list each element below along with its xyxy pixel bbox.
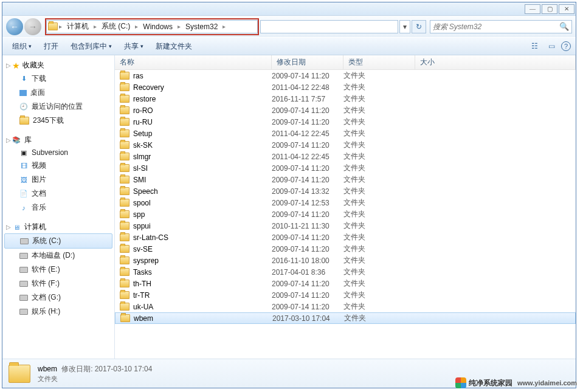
file-date: 2009-07-14 11:20: [272, 245, 343, 253]
file-date: 2009-07-14 11:20: [272, 233, 343, 242]
table-row[interactable]: slmgr2011-04-12 22:45文件夹: [115, 151, 576, 162]
drive-icon: [19, 253, 28, 259]
sidebar-item-subversion[interactable]: ▣Subversion: [2, 146, 114, 159]
sidebar-item-drive-e[interactable]: 软件 (E:): [2, 263, 114, 277]
table-row[interactable]: sr-Latn-CS2009-07-14 11:20文件夹: [115, 232, 576, 243]
table-row[interactable]: sppui2010-11-21 11:30文件夹: [115, 220, 576, 232]
breadcrumb-item[interactable]: System32: [182, 21, 221, 33]
file-type: 文件夹: [343, 140, 415, 150]
breadcrumb-sep[interactable]: ▸: [176, 23, 182, 30]
column-type[interactable]: 类型: [343, 55, 415, 69]
file-type: 文件夹: [343, 221, 415, 231]
toolbar-share[interactable]: 共享▾: [118, 37, 150, 55]
table-row[interactable]: ru-RU2009-07-14 11:20文件夹: [115, 116, 576, 128]
sidebar-item-drive-h[interactable]: 娱乐 (H:): [2, 304, 114, 318]
table-row[interactable]: ro-RO2009-07-14 11:20文件夹: [115, 105, 576, 116]
file-date: 2017-04-01 8:36: [272, 268, 343, 277]
file-date: 2009-07-14 11:20: [272, 106, 343, 115]
preview-pane-icon[interactable]: ▭: [544, 39, 559, 53]
table-row[interactable]: Tasks2017-04-01 8:36文件夹: [115, 266, 576, 278]
folder-icon: [120, 256, 129, 264]
sidebar-item-2345[interactable]: 2345下载: [2, 114, 114, 128]
close-button[interactable]: ✕: [559, 4, 574, 14]
breadcrumb-item[interactable]: 计算机: [63, 21, 92, 33]
breadcrumb-sep[interactable]: ▸: [92, 23, 98, 30]
toolbar-organize[interactable]: 组织▾: [6, 37, 38, 55]
sidebar-item-drive-f[interactable]: 软件 (F:): [2, 277, 114, 291]
file-type: 文件夹: [343, 198, 415, 208]
table-row[interactable]: sv-SE2009-07-14 11:20文件夹: [115, 243, 576, 255]
table-row[interactable]: sl-SI2009-07-14 11:20文件夹: [115, 162, 576, 174]
watermark: 纯净系统家园 www.yidaimei.com: [455, 377, 577, 388]
sidebar-item-music[interactable]: ♪音乐: [2, 201, 114, 215]
folder-icon: [120, 72, 129, 80]
table-row[interactable]: sysprep2016-11-10 18:00文件夹: [115, 255, 576, 266]
search-input[interactable]: [433, 22, 560, 31]
table-row[interactable]: SMI2009-07-14 11:20文件夹: [115, 174, 576, 185]
breadcrumb-sep[interactable]: ▸: [58, 23, 63, 30]
sidebar: ▷★收藏夹 ⬇下载 桌面 🕘最近访问的位置 2345下载 ▷📚库 ▣Subver…: [2, 55, 115, 359]
breadcrumb-item[interactable]: Windows: [139, 21, 176, 33]
column-size[interactable]: 大小: [415, 55, 576, 69]
file-type: 文件夹: [343, 151, 415, 162]
sidebar-header-libraries[interactable]: ▷📚库: [2, 134, 114, 146]
address-bar-extra[interactable]: [260, 20, 398, 33]
refresh-button[interactable]: ↻: [412, 20, 426, 33]
sidebar-item-desktop[interactable]: 桌面: [2, 86, 114, 100]
drive-icon: [20, 238, 29, 244]
address-dropdown[interactable]: ▾: [399, 20, 410, 33]
maximize-button[interactable]: ▢: [542, 4, 557, 14]
sidebar-label: 收藏夹: [22, 60, 44, 70]
toolbar-open[interactable]: 打开: [38, 37, 64, 55]
table-row[interactable]: tr-TR2009-07-14 11:20文件夹: [115, 289, 576, 301]
table-row[interactable]: Recovery2011-04-12 22:48文件夹: [115, 81, 576, 93]
search-bar[interactable]: 🔍: [430, 20, 573, 33]
sidebar-item-pictures[interactable]: 🖼图片: [2, 173, 114, 187]
file-type: 文件夹: [343, 232, 415, 242]
sidebar-item-drive-g[interactable]: 文档 (G:): [2, 291, 114, 304]
file-type: 文件夹: [343, 94, 415, 104]
breadcrumb-item[interactable]: 系统 (C:): [98, 21, 134, 33]
file-name: sr-Latn-CS: [133, 233, 168, 242]
table-row[interactable]: sk-SK2009-07-14 11:20文件夹: [115, 139, 576, 151]
table-row[interactable]: wbem2017-03-10 17:04文件夹: [115, 312, 576, 324]
sidebar-item-documents[interactable]: 📄文档: [2, 187, 114, 201]
file-name: th-TH: [133, 280, 151, 288]
file-date: 2010-11-21 11:30: [272, 222, 343, 230]
sidebar-item-drive-c[interactable]: 系统 (C:): [4, 233, 112, 249]
drive-icon: [19, 309, 28, 315]
table-row[interactable]: Speech2009-07-14 13:32文件夹: [115, 185, 576, 197]
toolbar-new-folder[interactable]: 新建文件夹: [150, 37, 198, 55]
breadcrumb-sep[interactable]: ▸: [221, 23, 227, 30]
address-bar[interactable]: ▸ 计算机 ▸ 系统 (C:) ▸ Windows ▸ System32 ▸: [46, 20, 258, 33]
sidebar-item-videos[interactable]: 🎞视频: [2, 159, 114, 173]
search-icon[interactable]: 🔍: [559, 22, 569, 31]
help-icon[interactable]: ?: [561, 41, 571, 51]
view-icon[interactable]: ☷: [527, 39, 542, 53]
minimize-button[interactable]: ―: [525, 4, 540, 14]
table-row[interactable]: uk-UA2009-07-14 11:20文件夹: [115, 301, 576, 312]
table-row[interactable]: Setup2011-04-12 22:45文件夹: [115, 128, 576, 139]
sidebar-item-downloads[interactable]: ⬇下载: [2, 72, 114, 86]
file-type: 文件夹: [343, 278, 415, 289]
table-row[interactable]: th-TH2009-07-14 11:20文件夹: [115, 278, 576, 289]
svn-icon: ▣: [19, 148, 28, 157]
column-name[interactable]: 名称: [115, 55, 272, 69]
toolbar-include-library[interactable]: 包含到库中▾: [64, 37, 118, 55]
back-button[interactable]: ←: [6, 18, 23, 35]
forward-button[interactable]: →: [24, 18, 41, 35]
breadcrumb-sep[interactable]: ▸: [134, 23, 139, 30]
desktop-icon: [19, 90, 27, 96]
file-name: slmgr: [133, 153, 151, 161]
sidebar-item-recent[interactable]: 🕘最近访问的位置: [2, 100, 114, 114]
table-row[interactable]: restore2016-11-11 7:57文件夹: [115, 93, 576, 105]
table-row[interactable]: ras2009-07-14 11:20文件夹: [115, 70, 576, 81]
table-row[interactable]: spool2009-07-14 12:53文件夹: [115, 197, 576, 208]
file-date: 2009-07-14 11:20: [272, 210, 343, 219]
sidebar-header-computer[interactable]: ▷🖥计算机: [2, 221, 114, 233]
sidebar-header-favorites[interactable]: ▷★收藏夹: [2, 59, 114, 72]
column-date[interactable]: 修改日期: [272, 55, 343, 69]
table-row[interactable]: spp2009-07-14 11:20文件夹: [115, 208, 576, 220]
file-type: 文件夹: [343, 117, 415, 127]
sidebar-item-drive-d[interactable]: 本地磁盘 (D:): [2, 249, 114, 263]
